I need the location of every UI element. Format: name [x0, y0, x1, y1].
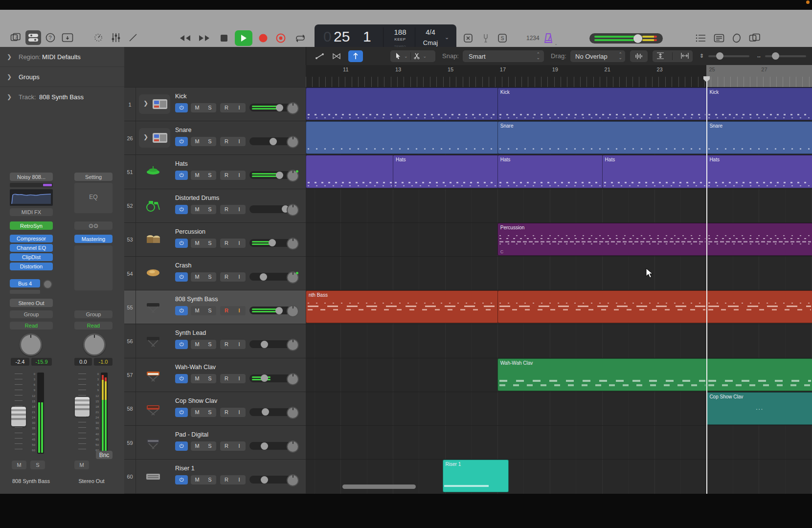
region-snare[interactable]	[306, 121, 498, 154]
record-input-group[interactable]: RI	[220, 340, 246, 349]
record-input-group[interactable]: RI	[220, 374, 246, 383]
chevron-right-icon[interactable]: ❯	[7, 73, 12, 80]
loop-browser-button[interactable]	[729, 32, 744, 44]
region-hats[interactable]: Hats	[393, 155, 498, 188]
playhead-marker[interactable]	[703, 76, 710, 85]
track-header-cop-show-clav[interactable]: 58Cop Show Clav⏻MSRI	[124, 392, 306, 426]
mute-solo-group[interactable]: MS	[191, 374, 216, 383]
track-name[interactable]: Crash	[175, 262, 191, 269]
automation-mode-left[interactable]: Read	[10, 322, 53, 330]
arrange-lane[interactable]	[306, 425, 812, 460]
automation-button[interactable]	[312, 50, 328, 62]
peak-value-right[interactable]: -1.0	[94, 358, 113, 366]
track-header-hats[interactable]: 51Hats⏻MSRI	[124, 154, 306, 189]
record-input-group[interactable]: RI	[220, 103, 246, 112]
mute-solo-group[interactable]: MS	[191, 272, 216, 282]
volume-thumb[interactable]	[261, 341, 268, 348]
bounce-button[interactable]: Bnc	[96, 451, 113, 459]
audio-fx-slot[interactable]: Channel EQ	[10, 244, 53, 252]
record-input-group[interactable]: RI	[220, 475, 246, 484]
audio-fx-slot[interactable]: ClipDist	[10, 253, 53, 261]
pan-knob[interactable]	[287, 102, 299, 114]
fader-thumb-left[interactable]	[11, 407, 26, 426]
inspector-toggle-button[interactable]	[25, 30, 41, 45]
track-power-button[interactable]: ⏻	[175, 137, 188, 146]
track-header-pad-digital[interactable]: 59Pad - Digital⏻MSRI	[124, 425, 306, 460]
region-cop-show-clav[interactable]: Cop Show Clav...	[706, 392, 812, 425]
mute-solo-group[interactable]: MS	[191, 103, 216, 112]
mute-solo-group[interactable]: MS	[191, 408, 216, 417]
drag-dropdown[interactable]: No Overlap ⌃⌄	[570, 50, 625, 62]
pan-knob[interactable]	[287, 170, 299, 182]
disclosure-chevron-icon[interactable]: ❯	[143, 133, 148, 140]
rewind-button[interactable]	[177, 31, 193, 45]
volume-thumb[interactable]	[275, 307, 283, 314]
peak-value-left[interactable]: -15.9	[31, 358, 52, 366]
track-power-button[interactable]: ⏻	[175, 205, 188, 214]
record-input-group[interactable]: RI	[220, 272, 246, 282]
pan-knob[interactable]	[287, 339, 299, 351]
region-percussion[interactable]: PercussionC	[497, 223, 708, 256]
play-button[interactable]	[235, 30, 252, 46]
list-editors-button[interactable]	[694, 32, 708, 44]
record-input-group[interactable]: RI	[220, 171, 246, 180]
chevron-right-icon[interactable]: ❯	[7, 93, 12, 100]
region-wahwah[interactable]	[706, 358, 812, 391]
region-hats[interactable]: Hats	[497, 155, 603, 188]
mute-solo-group[interactable]: MS	[191, 239, 216, 248]
capture-record-button[interactable]	[274, 31, 288, 45]
volume-thumb[interactable]	[260, 273, 267, 281]
volume-thumb[interactable]	[261, 442, 268, 450]
region-bass[interactable]	[706, 290, 812, 323]
track-name[interactable]: Percussion	[175, 228, 205, 235]
disclosure-chevron-icon[interactable]: ❯	[143, 100, 148, 107]
region-wah-wah-clav[interactable]: Wah-Wah Clav	[497, 358, 708, 391]
track-header-wah-wah-clav[interactable]: 57Wah-Wah Clav⏻MSRI	[124, 358, 306, 392]
output-slot[interactable]: Stereo Out	[10, 299, 53, 307]
region-nth-bass[interactable]: nth Bass	[306, 290, 498, 323]
send-knob[interactable]	[43, 280, 52, 289]
volume-thumb[interactable]	[276, 104, 283, 111]
playhead-line[interactable]	[706, 76, 707, 494]
region-kick[interactable]	[306, 88, 498, 120]
volume-thumb[interactable]	[633, 34, 642, 43]
track-power-button[interactable]: ⏻	[175, 340, 188, 349]
mute-solo-group[interactable]: MS	[191, 441, 216, 451]
master-plugin-slot[interactable]: Mastering	[74, 235, 113, 243]
toolbar-toggle-button[interactable]	[61, 31, 74, 44]
track-power-button[interactable]: ⏻	[175, 103, 188, 112]
arrange-area[interactable]: KickKickSnareSnareHatsHatsHatsHatsPercus…	[306, 87, 812, 494]
group-slot-right[interactable]: Group	[74, 310, 113, 318]
track-name[interactable]: Pad - Digital	[175, 431, 208, 438]
volume-thumb[interactable]	[276, 172, 283, 179]
track-name[interactable]: Kick	[175, 93, 187, 100]
track-power-button[interactable]: ⏻	[175, 171, 188, 180]
track-name[interactable]: Hats	[175, 160, 188, 167]
midi-fx-slot[interactable]: MIDI FX	[10, 208, 53, 216]
cycle-button[interactable]	[293, 31, 308, 45]
track-name[interactable]: Distorted Drums	[175, 195, 219, 201]
record-input-group[interactable]: RI	[220, 306, 246, 315]
catch-playhead-button[interactable]	[348, 50, 363, 62]
flex-button[interactable]	[329, 50, 344, 62]
pan-knob[interactable]	[287, 474, 299, 486]
volume-value-right[interactable]: 0.0	[74, 358, 92, 366]
send-slot[interactable]: Bus 4	[10, 279, 40, 287]
vertical-zoom-thumb[interactable]	[716, 52, 723, 60]
mute-button-right[interactable]: M	[74, 461, 89, 469]
track-name[interactable]: Cop Show Clav	[175, 397, 217, 404]
groups-inspector-header[interactable]: ❯ Groups	[0, 67, 124, 87]
pan-knob[interactable]	[287, 204, 299, 216]
record-button[interactable]	[256, 31, 270, 45]
region-inspector-header[interactable]: ❯ Region: MIDI Defaults	[0, 47, 124, 67]
track-header-synth-lead[interactable]: 56Synth Lead⏻MSRI	[124, 324, 306, 358]
fader-thumb-right[interactable]	[75, 397, 90, 417]
track-power-button[interactable]: ⏻	[175, 239, 188, 248]
horizontal-zoom-thumb[interactable]	[772, 52, 779, 60]
smart-controls-icon[interactable]	[109, 31, 123, 44]
snap-dropdown[interactable]: Smart ⌃⌄	[463, 50, 544, 62]
track-name[interactable]: Snare	[175, 127, 191, 133]
horizontal-scrollbar[interactable]	[342, 484, 416, 489]
pan-knob-right[interactable]	[83, 333, 106, 356]
track-header-808-synth-bass[interactable]: 55808 Synth Bass⏻MSRI	[124, 290, 306, 324]
